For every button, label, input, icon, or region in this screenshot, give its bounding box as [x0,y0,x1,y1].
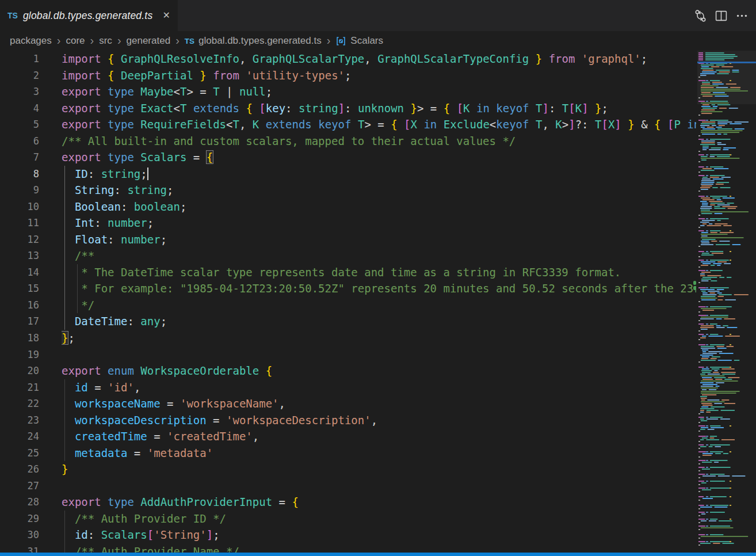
line-number: 22 [0,395,39,412]
git-change-indicator [693,286,696,290]
code-line-16[interactable]: */ [62,297,696,314]
split-editor-button[interactable] [712,7,730,24]
typescript-file-icon: TS [185,37,194,45]
close-tab-icon[interactable]: ✕ [162,11,170,20]
line-number: 27 [0,478,39,494]
breadcrumb-label: src [99,35,112,47]
line-number: 28 [0,494,39,511]
code-line-2[interactable]: import { DeepPartial } from 'utility-typ… [62,67,696,84]
code-line-27[interactable] [62,478,696,494]
code-line-6[interactable]: /** All built-in and custom scalars, map… [62,133,696,150]
line-number: 31 [0,543,39,553]
breadcrumb-label: global.db.types.generated.ts [198,35,322,47]
code-line-29[interactable]: /** Auth Provider ID */ [62,511,696,527]
tab-global-db-types-generated-ts[interactable]: TS global.db.types.generated.ts ✕ [0,0,178,31]
code-content[interactable]: import { GraphQLResolveInfo, GraphQLScal… [62,51,696,553]
line-number: 25 [0,445,39,462]
code-line-17[interactable]: DateTime: any; [62,313,696,330]
code-line-13[interactable]: /** [62,247,696,264]
code-line-19[interactable] [62,346,696,363]
code-line-21[interactable]: id = 'id', [62,379,696,396]
line-number: 18 [0,330,39,346]
breadcrumb: packages›core›src›generated›TSglobal.db.… [0,31,756,51]
code-line-1[interactable]: import { GraphQLResolveInfo, GraphQLScal… [62,51,696,67]
tab-bar: TS global.db.types.generated.ts ✕ [0,0,756,31]
line-number: 29 [0,511,39,527]
status-bar-strip [0,553,756,556]
breadcrumb-label: Scalars [350,35,383,47]
code-line-24[interactable]: createdTime = 'createdTime', [62,428,696,445]
line-number: 10 [0,199,39,215]
breadcrumb-item-src[interactable]: src [99,35,112,47]
code-line-5[interactable]: export type RequireFields<T, K extends k… [62,116,696,133]
indent-guide [64,379,65,462]
more-actions-button[interactable] [733,7,750,24]
line-number: 21 [0,379,39,396]
code-line-12[interactable]: Float: number; [62,231,696,248]
editor-actions [692,0,756,31]
indent-guide [64,511,65,553]
breadcrumb-label: core [66,35,85,47]
code-line-31[interactable]: /** Auth Provider Name */ [62,543,696,553]
line-number: 17 [0,313,39,330]
line-number: 12 [0,231,39,248]
line-number: 19 [0,346,39,363]
line-number: 4 [0,100,39,117]
code-line-23[interactable]: workspaceDescription = 'workspaceDescrip… [62,412,696,429]
code-line-3[interactable]: export type Maybe<T> = T | null; [62,83,696,100]
line-number: 14 [0,264,39,281]
line-number: 7 [0,149,39,166]
code-line-11[interactable]: Int: number; [62,215,696,231]
line-number: 6 [0,133,39,150]
chevron-right-icon: › [327,35,331,46]
breadcrumb-item-global-db-types-generated-ts[interactable]: TSglobal.db.types.generated.ts [185,35,322,47]
chevron-right-icon: › [57,35,61,46]
indent-guide [64,166,65,330]
code-line-9[interactable]: String: string; [62,182,696,199]
indent-guide [77,264,78,314]
line-number: 15 [0,280,39,297]
line-number: 2 [0,67,39,84]
breadcrumb-item-generated[interactable]: generated [127,35,171,47]
line-number: 11 [0,215,39,231]
line-number: 26 [0,461,39,478]
chevron-right-icon: › [175,35,180,46]
symbol-type-icon [335,36,346,47]
line-number: 5 [0,116,39,133]
line-number: 20 [0,363,39,379]
minimap[interactable] [697,51,756,553]
code-line-7[interactable]: export type Scalars = { [62,149,696,166]
line-number: 30 [0,527,39,543]
breadcrumb-label: packages [10,35,52,47]
breadcrumb-label: generated [127,35,171,47]
chevron-right-icon: › [90,35,94,46]
text-cursor [147,167,148,180]
code-line-20[interactable]: export enum WorkspaceOrderable { [62,363,696,379]
code-line-10[interactable]: Boolean: boolean; [62,199,696,215]
split-editor-icon [715,9,728,22]
more-actions-icon [735,9,749,22]
code-line-4[interactable]: export type Exact<T extends { [key: stri… [62,100,696,117]
code-line-26[interactable]: } [62,461,696,478]
code-line-28[interactable]: export type AddAuthProviderInput = { [62,494,696,511]
code-line-8[interactable]: ID: string; [62,166,696,182]
code-line-30[interactable]: id: Scalars['String']; [62,527,696,543]
chevron-right-icon: › [117,35,121,46]
git-change-indicator [693,281,696,285]
breadcrumb-item-core[interactable]: core [66,35,85,47]
tab-label: global.db.types.generated.ts [23,10,152,22]
open-changes-button[interactable] [692,7,709,24]
line-number: 1 [0,51,39,67]
breadcrumb-item-packages[interactable]: packages [10,35,52,47]
line-number: 3 [0,83,39,100]
code-line-25[interactable]: metadata = 'metadata' [62,445,696,462]
code-line-18[interactable]: }; [62,330,696,346]
code-editor: 1234567891011121314151617181920212223242… [0,51,756,553]
line-number: 13 [0,247,39,264]
line-number: 9 [0,182,39,199]
breadcrumb-item-scalars[interactable]: Scalars [335,35,383,47]
code-line-22[interactable]: workspaceName = 'workspaceName', [62,395,696,412]
code-line-15[interactable]: * For example: "1985-04-12T23:20:50.52Z"… [62,280,696,297]
line-number: 24 [0,428,39,445]
code-line-14[interactable]: * The DateTime scalar type represents da… [62,264,696,281]
